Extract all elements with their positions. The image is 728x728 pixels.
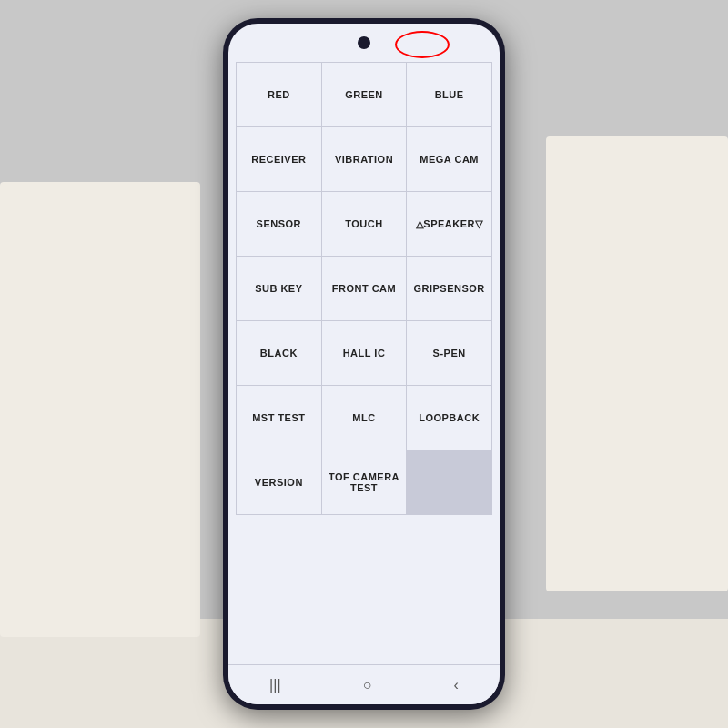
- menu-item[interactable]: RED: [237, 63, 321, 126]
- menu-item[interactable]: BLACK: [237, 321, 321, 385]
- menu-item[interactable]: △SPEAKER▽: [407, 192, 491, 256]
- menu-item[interactable]: TOUCH: [322, 192, 407, 256]
- menu-item[interactable]: RECEIVER: [237, 127, 321, 191]
- recent-apps-icon[interactable]: |||: [269, 677, 280, 693]
- phone: REDGREENBLUERECEIVERVIBRATIONMEGA CAMSEN…: [223, 18, 505, 710]
- menu-item[interactable]: GREEN: [322, 63, 407, 126]
- menu-item[interactable]: GRIPSENSOR: [407, 257, 491, 320]
- menu-item[interactable]: TOF CAMERA TEST: [322, 450, 407, 514]
- menu-item[interactable]: LOOPBACK: [407, 386, 491, 450]
- home-icon[interactable]: ○: [363, 677, 372, 693]
- scene: REDGREENBLUERECEIVERVIBRATIONMEGA CAMSEN…: [0, 0, 728, 728]
- menu-item[interactable]: MLC: [322, 386, 407, 450]
- foam-block-right: [546, 136, 728, 592]
- menu-item[interactable]: VERSION: [237, 450, 321, 514]
- menu-item[interactable]: SENSOR: [237, 192, 321, 256]
- screen: REDGREENBLUERECEIVERVIBRATIONMEGA CAMSEN…: [228, 24, 500, 704]
- menu-item[interactable]: MEGA CAM: [407, 127, 491, 191]
- menu-item[interactable]: VIBRATION: [322, 127, 407, 191]
- menu-grid: REDGREENBLUERECEIVERVIBRATIONMEGA CAMSEN…: [236, 62, 492, 515]
- menu-item[interactable]: MST TEST: [237, 386, 321, 450]
- menu-item[interactable]: SUB KEY: [237, 257, 321, 320]
- camera-hole: [358, 36, 370, 49]
- menu-item[interactable]: HALL IC: [322, 321, 407, 385]
- menu-item[interactable]: BLUE: [407, 63, 491, 126]
- annotation-red-circle: [395, 31, 450, 58]
- menu-item[interactable]: S-PEN: [407, 321, 491, 385]
- back-icon[interactable]: ‹: [454, 677, 459, 693]
- screen-content[interactable]: REDGREENBLUERECEIVERVIBRATIONMEGA CAMSEN…: [228, 62, 500, 664]
- bottom-nav: ||| ○ ‹: [228, 664, 500, 704]
- menu-item[interactable]: FRONT CAM: [322, 257, 407, 320]
- foam-block-left: [0, 182, 200, 637]
